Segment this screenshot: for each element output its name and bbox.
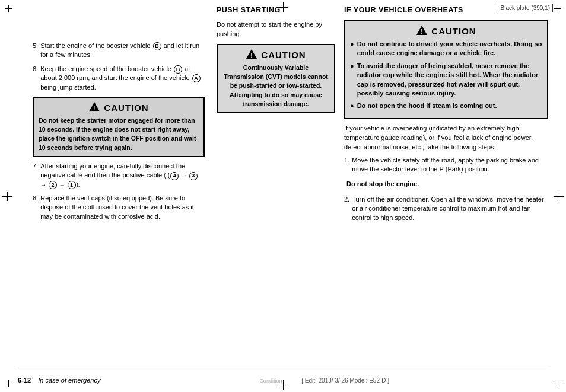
caution-title-middle: CAUTION xyxy=(261,50,306,60)
svg-text:!: ! xyxy=(94,105,96,111)
caution-header-right: ! CAUTION xyxy=(350,25,542,37)
edit-info: [ Edit: 2013/ 3/ 26 Model: E52-D ] xyxy=(301,377,389,384)
push-starting-intro: Do not attempt to start the engine by pu… xyxy=(217,20,335,39)
bullet-item-1: ● Do not continue to drive if your vehic… xyxy=(350,40,542,58)
push-starting-title: PUSH STARTING xyxy=(217,6,335,15)
warning-triangle-icon-right: ! xyxy=(416,25,428,37)
circle-3: 3 xyxy=(189,172,198,180)
footer-condition: Condition xyxy=(259,378,282,384)
caution-body-1: Do not keep the starter motor engaged fo… xyxy=(39,116,199,152)
page-ref: 6-12 xyxy=(18,377,31,384)
caution-box-1: ! CAUTION Do not keep the starter motor … xyxy=(33,97,205,157)
bullet-text-2: To avoid the danger of being scalded, ne… xyxy=(357,62,542,98)
bullet-dot-2: ● xyxy=(350,62,354,98)
overheats-intro-para: If your vehicle is overheating (indicate… xyxy=(344,124,548,152)
item8-text: Replace the vent caps (if so equipped). … xyxy=(40,194,205,221)
section-label: In case of emergency xyxy=(38,377,100,384)
overheats-steps-list: 1. Move the vehicle safely off the road,… xyxy=(344,156,548,222)
caution-box-middle: ! CAUTION Continuously Variable Transmis… xyxy=(217,44,335,113)
bullet-item-3: ● Do not open the hood if steam is comin… xyxy=(350,101,542,110)
circle-a-1: A xyxy=(192,74,201,82)
bullet-text-1: Do not continue to drive if your vehicle… xyxy=(357,40,542,58)
reg-mark-top-left xyxy=(5,5,12,12)
bullet-item-2: ● To avoid the danger of being scalded, … xyxy=(350,62,542,98)
caution-body-middle: Continuously Variable Transmission (CVT)… xyxy=(222,63,329,109)
list-item-5: 5. Start the engine of the booster vehic… xyxy=(33,42,205,60)
list-item-8: 8. Replace the vent caps (if so equipped… xyxy=(33,194,205,221)
item5-num: 5. xyxy=(33,42,38,60)
step-1: 1. Move the vehicle safely off the road,… xyxy=(344,156,548,174)
circle-1: 1 xyxy=(68,181,76,189)
right-section: PUSH STARTING Do not attempt to start th… xyxy=(217,6,548,368)
footer-divider xyxy=(18,369,548,369)
main-content: 5. Start the engine of the booster vehic… xyxy=(0,0,566,374)
step1-text: Move the vehicle safely off the road, ap… xyxy=(352,156,548,174)
circle-2: 2 xyxy=(49,181,57,189)
list-item-7: 7. After starting your engine, carefully… xyxy=(33,162,205,189)
circle-4: 4 xyxy=(170,172,179,180)
step2-num: 2. xyxy=(344,195,349,222)
item6-num: 6. xyxy=(33,65,38,92)
reg-mark-top-right xyxy=(554,5,561,12)
cross-top-center xyxy=(278,2,288,12)
step-2: 2. Turn off the air conditioner. Open al… xyxy=(344,195,548,222)
left-numbered-list: 5. Start the engine of the booster vehic… xyxy=(33,42,205,92)
footer: 6-12 In case of emergency Condition [ Ed… xyxy=(18,377,548,384)
svg-text:!: ! xyxy=(251,52,253,59)
footer-left: 6-12 In case of emergency xyxy=(18,377,100,384)
cross-left-center xyxy=(2,192,12,201)
middle-column: PUSH STARTING Do not attempt to start th… xyxy=(217,6,335,368)
svg-text:!: ! xyxy=(421,28,423,35)
step2-text: Turn off the air conditioner. Open all t… xyxy=(352,195,548,222)
item6-text: Keep the engine speed of the booster veh… xyxy=(40,65,205,92)
footer-center: Condition [ Edit: 2013/ 3/ 26 Model: E52… xyxy=(259,377,389,384)
caution-title-1: CAUTION xyxy=(104,103,148,113)
list-item-6: 6. Keep the engine speed of the booster … xyxy=(33,65,205,92)
caution-header-middle: ! CAUTION xyxy=(222,49,329,61)
item5-text: Start the engine of the booster vehicle … xyxy=(40,42,205,60)
bullet-dot-1: ● xyxy=(350,40,354,58)
right-column: IF YOUR VEHICLE OVERHEATS ! CAUTION xyxy=(344,6,548,368)
circle-b-1: B xyxy=(153,42,161,50)
circle-b-2: B xyxy=(174,65,182,74)
step-do-not-stop: Do not stop the engine. xyxy=(344,177,548,191)
cross-right-center xyxy=(554,192,564,201)
do-not-stop-text: Do not stop the engine. xyxy=(346,180,419,189)
caution-title-right: CAUTION xyxy=(431,26,476,36)
warning-triangle-icon-1: ! xyxy=(88,101,100,114)
caution-header-1: ! CAUTION xyxy=(39,101,199,114)
reg-mark-bottom-right xyxy=(554,380,561,387)
reg-mark-bottom-left xyxy=(5,380,12,387)
left-column: 5. Start the engine of the booster vehic… xyxy=(33,6,205,368)
step1-num: 1. xyxy=(344,156,349,174)
bullet-dot-3: ● xyxy=(350,101,354,110)
item7-num: 7. xyxy=(33,162,38,189)
warning-triangle-icon-middle: ! xyxy=(246,49,257,61)
plate-info: Black plate (390,1) xyxy=(498,4,553,12)
bullet-text-3: Do not open the hood if steam is coming … xyxy=(357,101,497,110)
item7-text: After starting your engine, carefully di… xyxy=(40,162,205,189)
caution-box-right: ! CAUTION ● Do not continue to drive if … xyxy=(344,20,548,119)
item8-num: 8. xyxy=(33,194,38,221)
page: Black plate (390,1) 5. Start the engine … xyxy=(0,0,566,392)
caution-bullet-list: ● Do not continue to drive if your vehic… xyxy=(350,40,542,111)
left-numbered-list-2: 7. After starting your engine, carefully… xyxy=(33,162,205,221)
